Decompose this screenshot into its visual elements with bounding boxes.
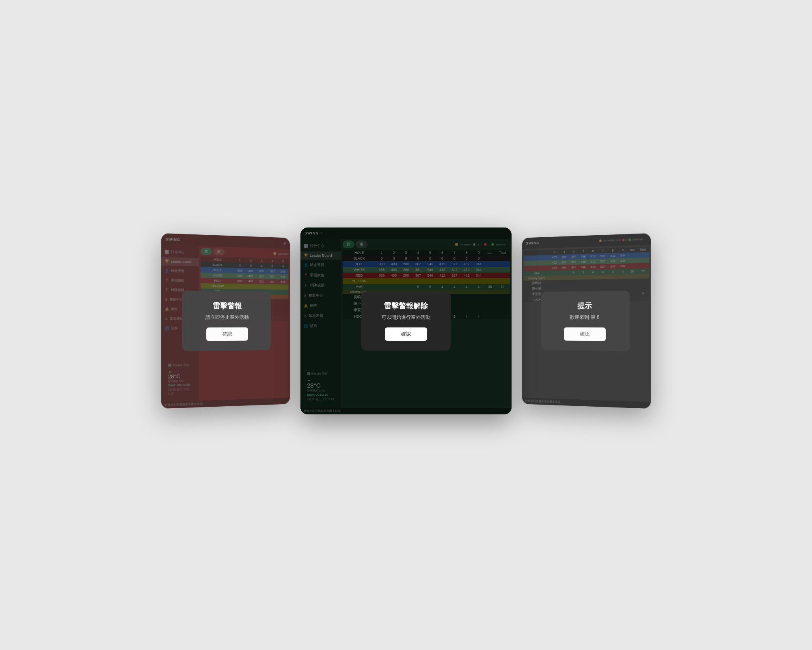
right-tablet: SWING -2/UNDER -1 E 1 2/ABOVE ··· [522, 233, 651, 409]
right-modal-overlay: 提示 歡迎來到 東 6 確認 [522, 233, 651, 409]
center-modal-title: 雷擊警報解除 [374, 301, 438, 311]
left-modal-subtitle: 請立即停止室外活動 [196, 314, 259, 321]
left-modal-title: 雷擊警報 [196, 301, 259, 311]
right-modal-title: 提示 [554, 301, 617, 311]
left-tablet: SWING 1E 📊 計分中心 🏆 Leader Board 👤 球道導覽 [161, 233, 290, 409]
center-modal-subtitle: 可以開始進行室外活動 [374, 314, 438, 321]
center-tablet: SWING ≡ 📊 計分中心 🏆 Leader Board 👤 [300, 228, 512, 414]
center-modal-overlay: 雷擊警報解除 可以開始進行室外活動 確認 [300, 228, 512, 414]
left-modal-box: 雷擊警報 請立即停止室外活動 確認 [182, 291, 271, 351]
right-modal-confirm[interactable]: 確認 [564, 327, 606, 341]
right-modal-box: 提示 歡迎來到 東 6 確認 [541, 291, 630, 351]
scene: SWING 1E 📊 計分中心 🏆 Leader Board 👤 球道導覽 [162, 223, 650, 427]
right-modal-subtitle: 歡迎來到 東 6 [554, 314, 617, 321]
center-modal-confirm[interactable]: 確認 [385, 327, 427, 341]
center-modal-box: 雷擊警報解除 可以開始進行室外活動 確認 [361, 291, 451, 351]
left-modal-overlay: 雷擊警報 請立即停止室外活動 確認 [161, 233, 290, 409]
left-modal-confirm[interactable]: 確認 [206, 327, 248, 341]
